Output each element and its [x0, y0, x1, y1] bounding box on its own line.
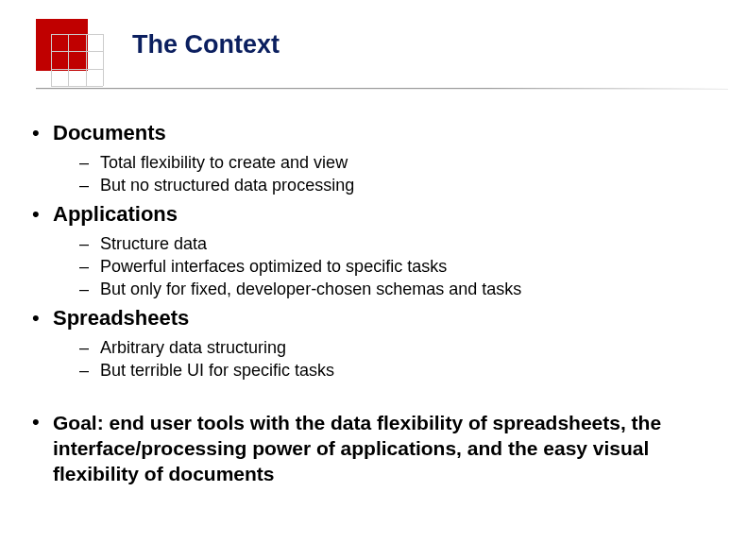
bullet-label: Spreadsheets [53, 306, 189, 330]
bullet-goal: Goal: end user tools with the data flexi… [19, 410, 728, 486]
sub-bullet: But terrible UI for specific tasks [79, 359, 728, 382]
sub-bullet: Total flexibility to create and view [79, 151, 728, 174]
bullet-label: Documents [53, 121, 166, 144]
sub-bullet: Structure data [79, 232, 728, 255]
slide-title: The Context [132, 30, 280, 59]
sub-bullet: But no structured data processing [79, 174, 728, 196]
bullet-documents: Documents Total flexibility to create an… [19, 121, 728, 196]
logo-square [36, 19, 88, 71]
bullet-applications: Applications Structure data Powerful int… [19, 202, 728, 300]
bullet-spreadsheets: Spreadsheets Arbitrary data structuring … [19, 306, 728, 382]
sub-bullet: Arbitrary data structuring [79, 336, 728, 359]
goal-text: Goal: end user tools with the data flexi… [53, 412, 661, 484]
bullet-label: Applications [53, 202, 178, 226]
sub-bullet: But only for fixed, developer-chosen sch… [79, 278, 728, 300]
slide-header: The Context [0, 0, 747, 94]
slide-content: Documents Total flexibility to create an… [19, 121, 728, 492]
header-divider [36, 88, 728, 89]
sub-bullet: Powerful interfaces optimized to specifi… [79, 255, 728, 278]
